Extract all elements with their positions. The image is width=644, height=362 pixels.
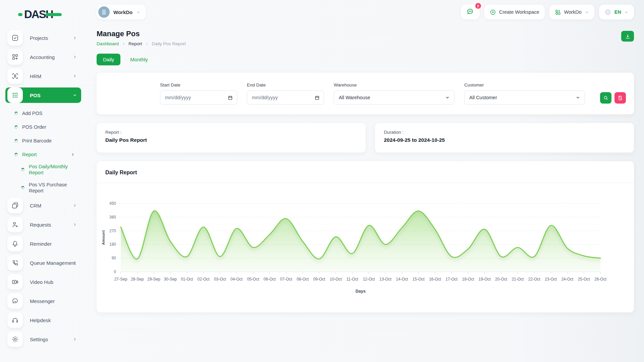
start-date-input[interactable] [165,95,224,100]
search-icon [603,95,608,101]
customer-field: All Customer [464,90,585,105]
sidebar-subitem-pos-order[interactable]: POS Order [5,120,81,134]
breadcrumb: Dashboard Report Daily Pos Report [97,41,186,46]
chevron-right-icon [72,337,77,342]
chevron-down-icon [136,10,141,14]
check-square-icon [7,30,23,46]
svg-text:28-Sep: 28-Sep [131,277,144,282]
workdo-menu[interactable]: WorkDo [549,5,594,19]
video-camera-icon [7,274,23,290]
svg-text:04-Oct: 04-Oct [230,277,243,282]
customer-select[interactable]: All Customer [465,91,585,104]
user-plus-icon [7,217,23,232]
sidebar-item-crm[interactable]: CRM [5,198,81,213]
logo-accent-dot [18,13,22,16]
svg-text:11-Oct: 11-Oct [346,277,359,282]
end-date-field[interactable] [247,90,324,105]
chevron-down-icon [624,10,629,14]
svg-text:23-Oct: 23-Oct [545,277,557,282]
sidebar-subitem-pos-daily-monthly-report[interactable]: Pos Daily/Monthly Report [5,162,81,178]
svg-text:03-Oct: 03-Oct [214,277,226,282]
grid-plus-icon [555,9,561,15]
reset-filter-button[interactable] [614,92,626,104]
svg-text:27-Sep: 27-Sep [114,277,127,282]
tab-monthly[interactable]: Monthly [124,54,154,65]
end-date-label: End Date [247,82,324,87]
svg-text:20-Oct: 20-Oct [495,277,507,282]
page-header: Manage Pos Dashboard Report Daily Pos Re… [97,29,634,46]
svg-text:05-Oct: 05-Oct [247,277,259,282]
svg-text:10-Oct: 10-Oct [330,277,342,282]
sidebar-subitem-add-pos[interactable]: Add POS [5,107,81,120]
download-button[interactable] [621,31,634,42]
svg-text:19-Oct: 19-Oct [479,277,491,282]
sidebar-item-requests[interactable]: Requests [5,217,81,232]
svg-text:15-Oct: 15-Oct [413,277,425,282]
sidebar-item-reminder[interactable]: Reminder [5,236,81,251]
chat-dots-icon [466,8,474,17]
bullet-icon [21,186,24,189]
svg-text:24-Oct: 24-Oct [561,277,574,282]
summary-row: Report : Daily Pos Report Duration : 202… [97,123,634,153]
sidebar-subitem-report[interactable]: Report [5,148,81,161]
chevron-down-icon [72,93,77,98]
svg-text:30-Sep: 30-Sep [164,277,177,282]
svg-text:180: 180 [109,242,116,247]
messages-badge: 0 [475,3,481,9]
chevron-right-icon [72,36,77,40]
bullet-icon [21,168,24,171]
sidebar-item-queue-management[interactable]: Queue Management [5,255,81,270]
svg-text:02-Oct: 02-Oct [198,277,210,282]
breadcrumb-report[interactable]: Report [128,41,142,46]
dots-grid-icon [7,87,23,103]
chat-bubble-icon [7,293,23,309]
main-column: WorkDo 0 Create Workspace WorkDo [87,0,644,362]
logo-accent-bar [46,13,62,16]
svg-text:18-Oct: 18-Oct [462,277,474,282]
sidebar-item-video-hub[interactable]: Video Hub [5,274,81,290]
svg-text:21-Oct: 21-Oct [512,277,524,282]
bullet-icon [14,112,18,115]
language-switcher[interactable]: EN [599,5,634,19]
sidebar-item-settings[interactable]: Settings [5,331,81,347]
warehouse-select[interactable]: All Warehouse [334,91,454,104]
svg-text:360: 360 [109,215,116,220]
sidebar-item-accounting[interactable]: Accounting [5,49,81,65]
brand-logo[interactable]: DASH [18,7,87,21]
warehouse-field: All Warehouse [334,90,454,105]
messages-button[interactable]: 0 [461,5,480,19]
create-workspace-button[interactable]: Create Workspace [484,5,545,19]
chart-title: Daily Report [97,161,634,183]
area-chart-svg: 09018027036045027-Sep28-Sep29-Sep30-Sep0… [97,183,634,310]
sidebar-subitem-pos-vs-purchase-report[interactable]: Pos VS Purchase Report [5,180,81,196]
chevron-right-icon [72,222,77,227]
svg-text:06-Oct: 06-Oct [264,277,276,282]
start-date-label: Start Date [160,82,237,87]
language-label: EN [614,9,621,15]
svg-text:270: 270 [109,229,116,233]
category-icon [7,49,23,65]
svg-text:13-Oct: 13-Oct [379,277,392,282]
sidebar-item-pos[interactable]: POS [5,87,81,103]
sidebar-item-hrm[interactable]: HRM [5,68,81,84]
svg-text:17-Oct: 17-Oct [445,277,458,282]
end-date-input[interactable] [252,95,311,100]
svg-text:07-Oct: 07-Oct [280,277,292,282]
svg-text:22-Oct: 22-Oct [528,277,541,282]
sidebar-item-projects[interactable]: Projects [5,30,81,46]
sidebar-item-messenger[interactable]: Messenger [5,293,81,309]
chevron-right-icon [145,42,149,46]
sidebar-item-helpdesk[interactable]: Helpdesk [5,312,81,328]
calendar-icon [228,95,233,100]
breadcrumb-dashboard[interactable]: Dashboard [97,41,119,46]
chevron-down-icon [585,10,589,14]
headset-icon [7,312,23,328]
tab-daily[interactable]: Daily [97,54,120,65]
workspace-switcher[interactable]: WorkDo [97,5,146,19]
sidebar-subitem-print-barcode[interactable]: Print Barcode [5,134,81,147]
duration-label: Duration : [384,130,625,135]
warehouse-label: Warehouse [334,82,454,87]
page-content: Manage Pos Dashboard Report Daily Pos Re… [87,24,644,312]
start-date-field[interactable] [160,90,237,105]
apply-filter-button[interactable] [600,92,611,104]
